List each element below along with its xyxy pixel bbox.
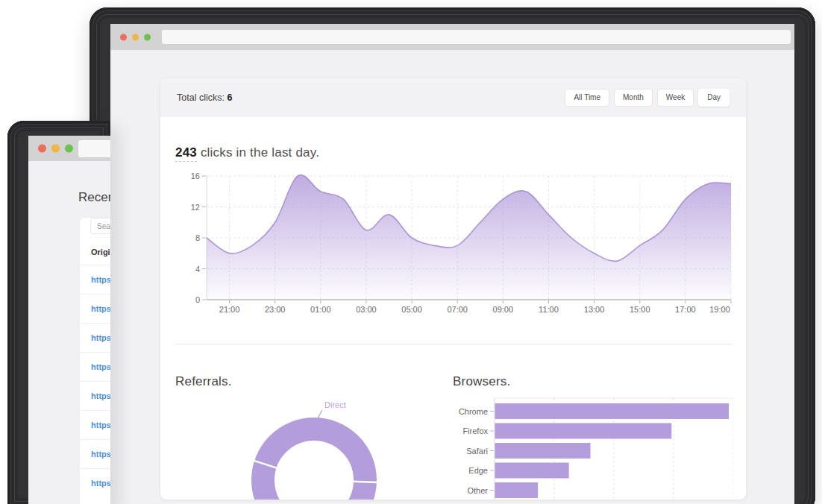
maximize-button-icon[interactable] [65, 145, 73, 153]
referrals-section: Referrals. Direct [175, 374, 453, 500]
section-divider [175, 344, 732, 344]
link-row[interactable]: https: [80, 439, 110, 468]
week-button[interactable]: Week [657, 89, 694, 107]
bottom-sections: Referrals. Direct Browsers. ChromeFirefo… [175, 374, 742, 500]
direct-slice-label: Direct [324, 400, 346, 409]
day-button[interactable]: Day [698, 89, 730, 107]
svg-text:17:00: 17:00 [675, 305, 696, 314]
analytics-card: Total clicks: 6 All Time Month Week Day … [160, 78, 746, 500]
link-row[interactable]: https: [80, 468, 110, 497]
month-button[interactable]: Month [614, 89, 653, 107]
svg-text:4: 4 [195, 265, 200, 274]
window-controls [38, 145, 73, 153]
link-row[interactable]: https: [80, 352, 110, 381]
range-filter: All Time Month Week Day [565, 89, 730, 107]
svg-text:23:00: 23:00 [265, 305, 286, 314]
link-url[interactable]: https: [91, 362, 110, 371]
close-button-icon[interactable] [38, 145, 46, 153]
link-row[interactable]: https: [80, 265, 110, 294]
analytics-card-header: Total clicks: 6 All Time Month Week Day [160, 78, 746, 117]
bar-category-label: Safari [466, 447, 488, 456]
browser-titlebar [110, 24, 794, 50]
svg-text:19:00: 19:00 [709, 305, 730, 314]
svg-text:07:00: 07:00 [447, 305, 468, 314]
browser-viewport: Total clicks: 6 All Time Month Week Day … [110, 50, 794, 504]
svg-text:05:00: 05:00 [401, 305, 422, 314]
total-clicks-value: 6 [227, 92, 232, 103]
recent-links-heading: Recen [78, 190, 110, 205]
svg-text:01:00: 01:00 [310, 305, 331, 314]
window-controls [120, 34, 151, 40]
referrals-heading: Referrals. [175, 374, 453, 389]
clicks-count: 243 [175, 145, 197, 162]
svg-text:16: 16 [191, 171, 200, 180]
address-bar[interactable] [162, 30, 791, 44]
clicks-area-chart: 048121621:0023:0001:0003:0005:0007:0009:… [175, 171, 742, 314]
link-row[interactable]: https: [80, 410, 110, 439]
total-clicks: Total clicks: 6 [177, 92, 232, 103]
maximize-button-icon[interactable] [144, 34, 151, 40]
svg-text:8: 8 [195, 233, 200, 242]
svg-text:0: 0 [195, 295, 200, 304]
address-bar[interactable] [78, 140, 110, 157]
bar-category-label: Other [467, 486, 488, 495]
search-input[interactable] [90, 218, 110, 234]
links-card: Origi https: https: https: https: https:… [80, 218, 110, 504]
bar-category-label: Edge [468, 466, 488, 475]
svg-text:12: 12 [191, 203, 200, 212]
browser-titlebar [28, 136, 110, 161]
minimize-button-icon[interactable] [132, 34, 139, 40]
svg-text:21:00: 21:00 [219, 305, 240, 314]
svg-text:11:00: 11:00 [539, 305, 559, 314]
total-clicks-label: Total clicks: [177, 92, 227, 103]
close-button-icon[interactable] [120, 34, 127, 40]
link-row[interactable]: https: [80, 323, 110, 352]
link-url[interactable]: https: [91, 304, 110, 313]
link-url[interactable]: https: [91, 275, 110, 284]
browsers-section: Browsers. ChromeFirefoxSafariEdgeOther [453, 374, 742, 500]
svg-text:15:00: 15:00 [630, 305, 650, 314]
link-url[interactable]: https: [91, 450, 110, 459]
bar-category-label: Chrome [459, 407, 488, 416]
link-row[interactable]: https: [80, 294, 110, 323]
link-row[interactable]: https: [80, 381, 110, 410]
link-url[interactable]: https: [91, 420, 110, 429]
original-url-column-header: Origi [91, 248, 110, 256]
minimize-button-icon[interactable] [51, 145, 60, 153]
background-browser-window: Recen Origi https: https: https: https: … [7, 121, 110, 504]
analytics-card-body: 243 clicks in the last day. 048121621:00… [160, 145, 746, 500]
main-browser-window: Total clicks: 6 All Time Month Week Day … [90, 7, 815, 504]
clicks-headline: 243 clicks in the last day. [175, 145, 742, 160]
link-url[interactable]: https: [91, 391, 110, 400]
all-time-button[interactable]: All Time [565, 89, 609, 107]
referrals-donut-chart: Direct [175, 395, 453, 500]
svg-text:09:00: 09:00 [493, 305, 514, 314]
link-url[interactable]: https: [91, 333, 110, 342]
browsers-heading: Browsers. [453, 374, 742, 389]
browsers-bar-chart: ChromeFirefoxSafariEdgeOther [453, 395, 733, 500]
browser-viewport: Recen Origi https: https: https: https: … [28, 161, 110, 504]
bar-category-label: Firefox [462, 426, 488, 435]
svg-text:13:00: 13:00 [584, 305, 605, 314]
clicks-headline-text: clicks in the last day. [197, 145, 319, 160]
link-url[interactable]: https: [91, 479, 110, 488]
svg-text:03:00: 03:00 [356, 305, 377, 314]
